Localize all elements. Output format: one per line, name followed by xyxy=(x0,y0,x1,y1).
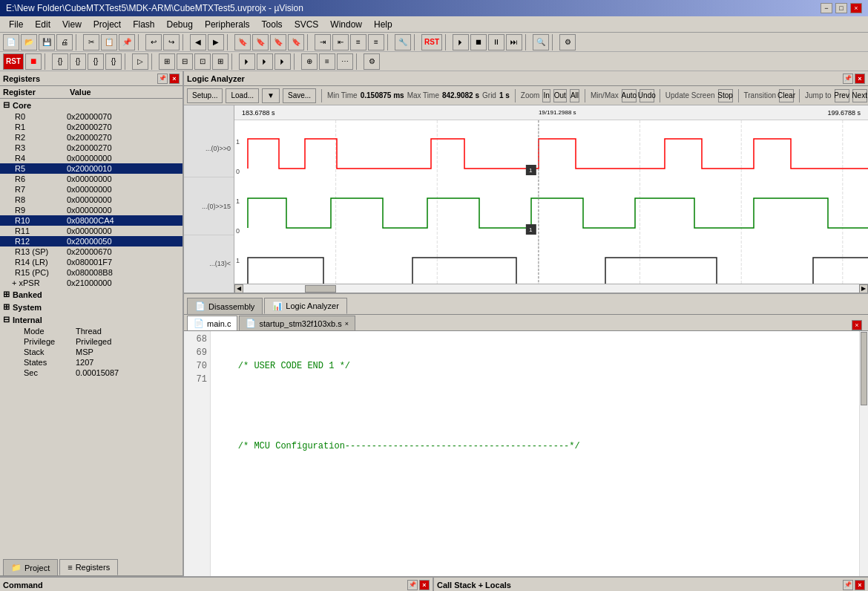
tb-find[interactable]: 🔍 xyxy=(533,34,549,50)
la-undo-button[interactable]: Undo xyxy=(640,89,654,102)
tb-bookmark3[interactable]: 🔖 xyxy=(270,34,286,50)
la-close-button[interactable]: × xyxy=(855,74,865,84)
reg-row-r1[interactable]: R10x20000270 xyxy=(0,122,183,132)
tb-fwd[interactable]: ▶ xyxy=(208,34,224,50)
tb-undo[interactable]: ↩ xyxy=(145,34,162,50)
tb-debug2[interactable]: ⏹ xyxy=(470,34,487,50)
tb-view3[interactable]: ⊡ xyxy=(194,53,211,70)
la-save-button[interactable]: Save... xyxy=(283,88,316,103)
reg-row-r6[interactable]: R60x00000000 xyxy=(0,174,183,184)
reg-row-r0[interactable]: R00x20000070 xyxy=(0,111,183,122)
reg-row-r10[interactable]: R100x08000CA4 xyxy=(0,215,183,226)
la-next-button[interactable]: Next xyxy=(852,89,867,102)
tb-debug7[interactable]: ⏵ xyxy=(274,53,291,70)
menu-project[interactable]: Project xyxy=(88,18,127,31)
tb-settings[interactable]: ⚙ xyxy=(559,34,576,50)
tb-debug5[interactable]: ⏵ xyxy=(239,53,255,70)
reg-row-r5[interactable]: R50x20000010 xyxy=(0,163,183,174)
menu-view[interactable]: View xyxy=(56,18,88,31)
tb-view2[interactable]: ⊟ xyxy=(177,53,193,70)
tb-copy[interactable]: 📋 xyxy=(101,34,117,50)
la-zoom-out-button[interactable]: Out xyxy=(553,89,567,102)
tb-back[interactable]: ◀ xyxy=(190,34,206,50)
tb-brace3[interactable]: {} xyxy=(88,53,104,70)
reg-row-r7[interactable]: R70x00000000 xyxy=(0,184,183,195)
code-lines[interactable]: /* USER CODE END 1 */ /* MCU Configurati… xyxy=(211,331,859,576)
tb-indent1[interactable]: ⇥ xyxy=(315,34,331,50)
la-more-button[interactable]: ▼ xyxy=(262,88,280,103)
reg-row-r3[interactable]: R30x20000270 xyxy=(0,143,183,153)
minimize-button[interactable]: − xyxy=(821,3,832,13)
command-close-button[interactable]: × xyxy=(419,580,430,590)
tb-paste[interactable]: 📌 xyxy=(119,34,135,50)
tb-indent4[interactable]: ≡ xyxy=(368,34,384,50)
la-auto-button[interactable]: Auto xyxy=(622,89,637,102)
reg-row-r13[interactable]: R13 (SP)0x20000670 xyxy=(0,246,183,257)
menu-peripherals[interactable]: Peripherals xyxy=(199,18,256,31)
la-zoom-in-button[interactable]: In xyxy=(542,89,550,102)
reg-row-r11[interactable]: R110x00000000 xyxy=(0,226,183,236)
tb-stop-circle[interactable]: ⏹ xyxy=(25,53,42,70)
menu-svcs[interactable]: SVCS xyxy=(289,18,325,31)
la-scroll-track[interactable] xyxy=(243,284,859,293)
tb-debug3[interactable]: ⏸ xyxy=(488,34,504,50)
reg-row-r12[interactable]: R120x20000050 xyxy=(0,236,183,246)
code-area-close[interactable]: × xyxy=(852,320,862,330)
menu-window[interactable]: Window xyxy=(324,18,368,31)
la-scroll-thumb[interactable] xyxy=(305,285,336,293)
menu-tools[interactable]: Tools xyxy=(256,18,289,31)
close-button[interactable]: × xyxy=(850,3,862,13)
tb-view4[interactable]: ⊞ xyxy=(212,53,228,70)
maximize-button[interactable]: □ xyxy=(835,3,847,13)
la-scroll-left[interactable]: ◀ xyxy=(234,284,243,293)
reg-group-internal-header[interactable]: ⊟ Internal xyxy=(0,313,183,326)
tb-misc1[interactable]: ⊕ xyxy=(301,53,318,70)
tb-indent2[interactable]: ⇤ xyxy=(332,34,349,50)
tb-brace2[interactable]: {} xyxy=(70,53,86,70)
tab-logic-analyzer[interactable]: 📊 Logic Analyzer xyxy=(264,298,347,314)
code-tab-startup[interactable]: 📄 startup_stm32f103xb.s × xyxy=(239,316,355,330)
tb-debug1[interactable]: ⏵ xyxy=(453,34,469,50)
tb-rst[interactable]: RST xyxy=(421,34,442,50)
tb-save[interactable]: 💾 xyxy=(39,34,55,50)
tb-bookmark2[interactable]: 🔖 xyxy=(252,34,269,50)
la-zoom-all-button[interactable]: All xyxy=(570,89,579,102)
menu-flash[interactable]: Flash xyxy=(127,18,160,31)
menu-help[interactable]: Help xyxy=(368,18,398,31)
tb-bookmark[interactable]: 🔖 xyxy=(234,34,251,50)
startup-tab-close[interactable]: × xyxy=(345,320,349,327)
tb-redo[interactable]: ↪ xyxy=(163,34,180,50)
tb-rst2[interactable]: RST xyxy=(3,53,24,70)
tab-project[interactable]: 📁 Project xyxy=(3,559,58,575)
tb-more[interactable]: ⚙ xyxy=(364,53,380,70)
la-pin-button[interactable]: 📌 xyxy=(843,74,853,84)
tb-save2[interactable]: 🖨 xyxy=(56,34,73,50)
tb-arrow-right[interactable]: ▷ xyxy=(132,53,148,70)
la-clear-button[interactable]: Clear xyxy=(779,89,794,102)
la-scroll-right[interactable]: ▶ xyxy=(859,284,868,293)
reg-row-r8[interactable]: R80x00000000 xyxy=(0,195,183,205)
tb-open[interactable]: 📂 xyxy=(21,34,37,50)
tb-misc3[interactable]: ⋯ xyxy=(337,53,353,70)
code-scrollbar[interactable] xyxy=(859,331,868,576)
reg-row-r15[interactable]: R15 (PC)0x080008B8 xyxy=(0,267,183,278)
callstack-pin-button[interactable]: 📌 xyxy=(843,580,853,590)
registers-close-button[interactable]: × xyxy=(169,74,180,84)
menu-edit[interactable]: Edit xyxy=(29,18,56,31)
tb-build-icon[interactable]: 🔧 xyxy=(395,34,411,50)
reg-row-r2[interactable]: R20x20000270 xyxy=(0,132,183,143)
reg-row-r9[interactable]: R90x00000000 xyxy=(0,205,183,215)
reg-group-core-header[interactable]: ⊟ Core xyxy=(0,99,183,111)
tb-cut[interactable]: ✂ xyxy=(83,34,99,50)
reg-group-banked-header[interactable]: ⊞ Banked xyxy=(0,288,183,301)
tab-registers[interactable]: ≡ Registers xyxy=(59,559,118,575)
tb-brace4[interactable]: {} xyxy=(105,53,122,70)
la-load-button[interactable]: Load... xyxy=(226,88,259,103)
tb-new[interactable]: 📄 xyxy=(3,34,19,50)
registers-pin-button[interactable]: 📌 xyxy=(157,74,168,84)
reg-group-system-header[interactable]: ⊞ System xyxy=(0,301,183,313)
la-setup-button[interactable]: Setup... xyxy=(187,88,223,103)
tb-debug6[interactable]: ⏵ xyxy=(257,53,273,70)
menu-debug[interactable]: Debug xyxy=(161,18,199,31)
la-stop-button[interactable]: Stop xyxy=(718,89,733,102)
